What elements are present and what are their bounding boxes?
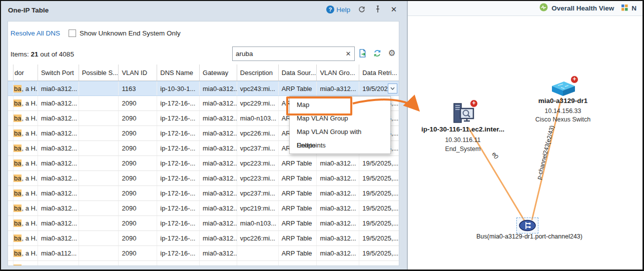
search-input[interactable] [233,50,342,58]
context-menu-item-map-vlan-group[interactable]: Map VLAN Group [290,112,390,125]
search-match-highlight: ba [14,100,22,107]
possible-cell [79,141,119,156]
vlan-group-cell: mia0-a312... [317,171,359,186]
bus-label: Bus(mia0-a3129-dr1.port-channel243) [454,233,604,240]
gateway-cell: mia0-a312... [200,126,237,140]
data-source-cell: ARP Table [279,201,317,216]
search-match-highlight: ba [14,130,22,137]
column-header-data-retri[interactable]: Data Retri... [359,64,399,80]
description-cell: vpc223:mi... [237,156,279,170]
refresh-table-icon[interactable] [373,48,382,58]
switch-port-cell: mia0-a312... [38,201,79,216]
pin-icon[interactable] [373,5,382,14]
context-menu-item-map[interactable]: Map [290,98,390,112]
description-cell [237,246,279,260]
possible-cell [79,261,119,266]
vlan-id-cell: 2090 [119,186,157,200]
table-row[interactable]: ba, a H...mia0-a112...2090ip-172-16-...m… [8,246,399,261]
data-source-cell: ARP Table [279,231,317,246]
table-row[interactable]: ba, a H...mia0-a312...2090ip-172-16-...m… [8,231,399,246]
vlan-group-cell: mia0-a312... [317,186,359,200]
search-match-highlight: ba [14,190,22,197]
column-header-possible-s[interactable]: Possible S... [79,64,119,80]
table-row[interactable]: ba, a H...mia0-a312...2090ip-172-16-...m… [8,261,399,266]
close-icon[interactable]: ✕ [389,5,398,14]
search-match-highlight: ba [14,250,22,257]
end-system-node[interactable]: + [452,102,476,126]
date-dropdown-button[interactable] [388,84,397,94]
next-view-partial-label[interactable]: N [631,4,636,12]
export-icon[interactable] [358,48,367,58]
vlan-id-cell: 2090 [119,201,157,216]
vendor-cell: ba, a H... [14,261,38,266]
possible-cell [79,82,119,96]
possible-cell [79,171,119,186]
table-row[interactable]: ba, a H...mia0-a312...2090ip-172-16-...m… [8,171,399,186]
vendor-cell: ba, a H... [14,231,38,246]
resolve-all-dns-link[interactable]: Resolve All DNS [11,30,60,37]
description-cell: vpc226:mi... [237,126,279,140]
data-retrieved-cell: 19/5/2025,... [359,231,399,246]
column-header-dor[interactable]: dor [14,64,38,80]
vlan-id-cell: 1163 [119,82,157,96]
switch-port-cell: mia0-a312... [38,126,79,140]
switch-port-cell: mia0-a312... [38,171,79,186]
gutter-cell [8,231,14,246]
gutter-cell [8,216,14,230]
context-menu-item-map-vlan-group-with-endpoints[interactable]: Map VLAN Group with Endpoints [290,125,390,138]
health-icon [539,3,548,14]
data-source-cell: ARP Table [279,82,317,96]
table-row[interactable]: ba, a H...mia0-a312...2090ip-172-16-...m… [8,216,399,231]
switch-name: mia0-a3129-dr1 [508,97,618,104]
gutter-cell [8,141,14,156]
end-system-name: ip-10-30-116-11.ec2.inter... [408,126,518,133]
dns-name-cell: ip-172-16-... [157,231,200,246]
column-header-switch-port[interactable]: Switch Port [38,64,79,80]
data-source-cell: ARP Table [279,171,317,186]
health-view-title[interactable]: Overall Health View [551,4,614,12]
data-retrieved-cell: 19/5/2025,... [359,246,399,260]
column-header-vlan-id[interactable]: VLAN ID [119,64,157,80]
gutter-cell [8,171,14,186]
one-ip-table: dorSwitch PortPossible S...VLAN IDDNS Na… [8,64,399,266]
switch-port-cell: mia0-a312... [38,186,79,200]
dns-name-cell: ip-172-16-... [157,246,200,260]
column-header-dns-name[interactable]: DNS Name [157,64,200,80]
help-button[interactable]: ? Help [326,6,350,14]
vlan-group-cell: mia0-a312... [317,156,359,170]
show-unknown-checkbox[interactable] [69,30,76,37]
gutter-cell [8,186,14,200]
refresh-window-icon[interactable] [357,5,366,14]
table-row[interactable]: ba, a H...mia0-a312...2090ip-172-16-...m… [8,201,399,216]
vlan-group-cell: mia0-a312... [317,231,359,246]
vlan-id-cell: 2090 [119,141,157,156]
column-header-data-sour[interactable]: Data Sour... [279,64,317,80]
column-header-description[interactable]: Description [237,64,279,80]
dns-name-cell: ip-172-16-... [157,141,200,156]
vlan-group-cell: mia0-a312... [317,261,359,266]
switch-node[interactable]: + [549,80,577,98]
grid-view-icon[interactable] [621,4,628,13]
column-header-gateway[interactable]: Gateway [200,64,237,80]
context-menu: MapMap VLAN GroupMap VLAN Group with End… [289,96,391,154]
items-label: Items: [11,50,29,58]
table-row[interactable]: ba, a H...mia0-a312...2090ip-172-16-...m… [8,156,399,171]
data-retrieved-cell: 19/5/202 [359,82,399,96]
vlan-group-cell: mia0-a312... [317,82,359,96]
description-cell: vpc237:mi... [237,141,279,156]
map-view-panel: Overall Health View N e0 p-channel243(e2… [407,1,643,270]
table-row[interactable]: ba, a H...mia0-a312...1163ip-10-30-1...m… [8,81,399,96]
end-system-ip: 10.30.116.11 [408,136,518,144]
switch-port-cell: mia0-a312... [38,231,79,246]
context-menu-item-delete[interactable]: Delete [290,138,390,152]
bus-node[interactable] [518,220,536,232]
switch-ip: 10.14.156.33 [508,108,618,114]
gutter-cell [8,82,14,96]
column-header-vlan-gro[interactable]: VLAN Gro... [317,64,359,80]
end-system-alert-badge: + [470,100,478,108]
settings-gear-icon[interactable]: ⚙ [387,48,396,58]
search-match-highlight: ba [14,234,22,242]
clear-search-icon[interactable]: ✕ [342,50,354,58]
table-row[interactable]: ba, a H...mia0-a312...2090ip-172-16-...m… [8,186,399,201]
description-cell: vpc229:mi... [237,96,279,110]
